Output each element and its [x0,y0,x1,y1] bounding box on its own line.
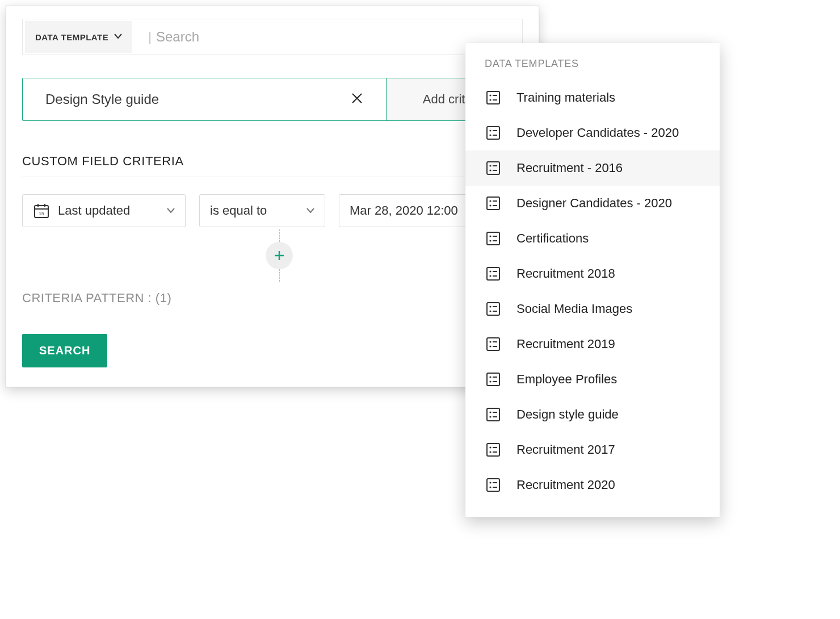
search-button[interactable]: SEARCH [22,334,107,367]
filter-row: 15 Last updated is equal to Mar 28, 2020… [22,194,523,227]
filter-operator-label: is equal to [210,203,267,218]
filter-field-select[interactable]: 15 Last updated [22,194,186,227]
template-icon [485,371,502,388]
dropdown-item[interactable]: Recruitment 2018 [465,256,720,291]
custom-field-criteria-header: CUSTOM FIELD CRITERIA [22,154,523,177]
template-icon [485,406,502,423]
top-search-row: DATA TEMPLATE | [22,19,523,55]
connector-line [279,229,280,242]
dropdown-item[interactable]: Recruitment - 2016 [465,150,720,186]
dropdown-item[interactable]: Social Media Images [465,291,720,327]
dropdown-item[interactable]: Employee Profiles [465,362,720,397]
search-criteria-panel: DATA TEMPLATE | Design Style guide Add c… [6,6,539,387]
dropdown-item[interactable]: Developer Candidates - 2020 [465,115,720,150]
criteria-connector [36,229,523,282]
dropdown-item-label: Recruitment 2017 [516,442,615,457]
filter-operator-select[interactable]: is equal to [199,194,325,227]
plus-icon [272,249,286,262]
dropdown-item[interactable]: Design style guide [465,397,720,432]
criteria-value-text: Design Style guide [45,91,345,107]
criteria-value-box[interactable]: Design Style guide [23,78,386,120]
dropdown-header: DATA TEMPLATES [465,58,720,80]
dropdown-item[interactable]: Recruitment 2020 [465,467,720,503]
template-icon [485,195,502,212]
dropdown-item-label: Designer Candidates - 2020 [516,196,672,211]
data-template-selector[interactable]: DATA TEMPLATE [25,21,132,53]
template-icon [485,89,502,106]
connector-line [279,269,280,282]
template-icon [485,160,502,177]
svg-text:15: 15 [39,211,44,216]
dropdown-item[interactable]: Certifications [465,221,720,256]
dropdown-item[interactable]: Training materials [465,80,720,115]
template-icon [485,300,502,317]
dropdown-item-label: Training materials [516,90,615,105]
template-icon [485,265,502,282]
dropdown-item[interactable]: Recruitment 2017 [465,432,720,467]
calendar-icon: 15 [33,202,50,219]
template-icon [485,124,502,141]
dropdown-item[interactable]: Designer Candidates - 2020 [465,186,720,221]
template-icon [485,336,502,353]
dropdown-item-label: Recruitment 2020 [516,478,615,492]
add-criteria-row-button[interactable] [266,242,293,269]
criteria-pattern-text: CRITERIA PATTERN : (1) [22,291,523,306]
dropdown-item-label: Employee Profiles [516,372,617,387]
chevron-down-icon [167,206,175,215]
dropdown-item-label: Design style guide [516,407,619,422]
search-button-label: SEARCH [39,344,90,357]
criteria-bar: Design Style guide Add criteria [22,78,523,121]
template-icon [485,441,502,458]
dropdown-item-label: Recruitment 2019 [516,337,615,352]
filter-field-label: Last updated [58,203,130,218]
filter-value-label: Mar 28, 2020 12:00 [350,203,458,218]
chevron-down-icon [114,33,122,41]
data-templates-dropdown: DATA TEMPLATES Training materialsDevelop… [465,43,720,517]
chevron-down-icon [306,206,314,215]
dropdown-item-label: Certifications [516,231,589,246]
dropdown-item-label: Recruitment 2018 [516,266,615,281]
template-icon [485,476,502,493]
dropdown-item-label: Social Media Images [516,302,632,316]
dropdown-item-label: Recruitment - 2016 [516,161,623,175]
data-template-label: DATA TEMPLATE [35,32,108,42]
search-field-wrapper: | [135,28,522,45]
template-icon [485,230,502,247]
dropdown-item[interactable]: Recruitment 2019 [465,327,720,362]
text-cursor-icon: | [148,30,152,44]
dropdown-item-label: Developer Candidates - 2020 [516,126,679,140]
dropdown-list: Training materialsDeveloper Candidates -… [465,80,720,503]
clear-criteria-button[interactable] [345,90,369,108]
